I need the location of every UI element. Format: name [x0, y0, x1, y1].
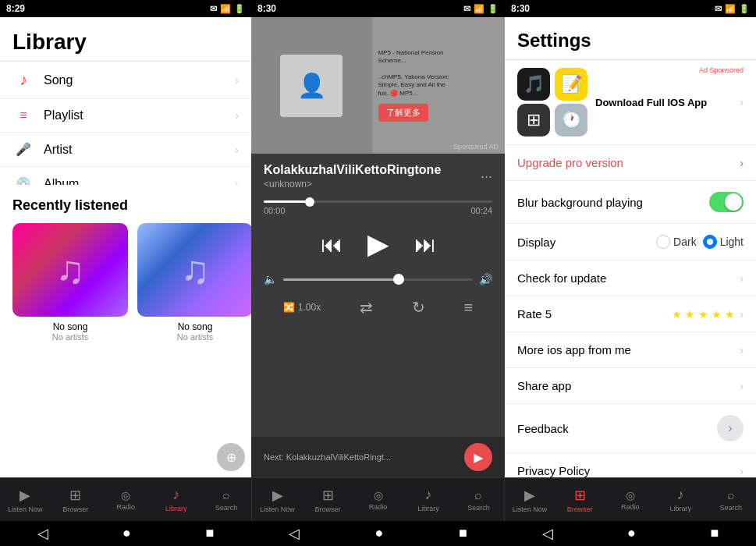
nav-browser-3[interactable]: ⊞ Browser	[555, 478, 605, 521]
library-item-artist[interactable]: 🎤 Artist ›	[0, 133, 251, 167]
status-icons-3: ✉ 📶 🔋	[715, 4, 750, 14]
extra-controls: 🔀 1.00x ⇄ ↻ ≡	[264, 298, 492, 317]
share-app-row[interactable]: Share app ›	[505, 368, 756, 404]
nav-library-2[interactable]: ♪ Library	[403, 478, 453, 521]
radio-label-1: Radio	[116, 503, 135, 511]
nav-listen-now-1[interactable]: ▶ Listen Now	[0, 478, 50, 521]
listen-now-label-3: Listen Now	[513, 505, 548, 513]
volume-bar[interactable]	[283, 278, 473, 281]
ad-text: MP5 - National PensionScheme.....chMP5, …	[378, 49, 499, 98]
nav-library-3[interactable]: ♪ Library	[655, 478, 705, 521]
home-gesture-3[interactable]: ●	[627, 525, 636, 542]
playlist-chevron-icon: ›	[235, 109, 239, 122]
library-list: ♪ Song › ≡ Playlist › 🎤 Artist › 💿 Album	[0, 62, 251, 185]
rate5-label: Rate 5	[517, 307, 672, 321]
nav-radio-1[interactable]: ◎ Radio	[101, 478, 151, 521]
rewind-button[interactable]: ⏮	[321, 232, 343, 257]
settings-ad-row[interactable]: Ad Sponsored 🎵 ⊞ 📝 🕐 Download Full IOS A…	[505, 60, 756, 145]
browser-label-3: Browser	[567, 505, 593, 513]
radio-icon-2: ◎	[374, 489, 383, 502]
privacy-label: Privacy Policy	[517, 464, 740, 477]
nav-library-1[interactable]: ♪ Library	[151, 478, 201, 521]
dark-option[interactable]: Dark	[656, 235, 697, 249]
nav-listen-now-2[interactable]: ▶ Listen Now	[252, 478, 302, 521]
square-gesture-1[interactable]: ■	[205, 525, 214, 542]
radio-icon-3: ◎	[626, 489, 635, 502]
rate5-row[interactable]: Rate 5 ★ ★ ★ ★ ★ ›	[505, 296, 756, 332]
star-3: ★	[698, 308, 708, 321]
nav-search-1[interactable]: ⌕ Search	[201, 478, 251, 521]
radio-icon-1: ◎	[121, 489, 130, 502]
recently-card-2[interactable]: ♫ No song No artists	[137, 223, 251, 342]
more-ios-chevron-icon: ›	[740, 344, 744, 356]
recently-card-1[interactable]: ♫ No song No artists	[12, 223, 128, 342]
square-gesture-3[interactable]: ■	[710, 525, 719, 542]
floating-button[interactable]: ⊕	[217, 443, 245, 471]
gesture-bar: ◁ ● ■ ◁ ● ■ ◁ ● ■	[0, 521, 756, 546]
volume-fill	[283, 278, 397, 281]
nav-radio-3[interactable]: ◎ Radio	[605, 478, 655, 521]
library-item-album[interactable]: 💿 Album ›	[0, 167, 251, 185]
browser-label-1: Browser	[62, 505, 88, 513]
light-option[interactable]: Light	[703, 235, 744, 249]
back-gesture-3[interactable]: ◁	[542, 525, 553, 542]
status-bar-2: 8:30 ✉ 📶 🔋	[251, 0, 505, 17]
play-button[interactable]: ▶	[367, 228, 389, 261]
wifi-icon-3: 📶	[725, 4, 736, 14]
blur-background-row[interactable]: Blur background playing	[505, 181, 756, 224]
privacy-row[interactable]: Privacy Policy ›	[505, 453, 756, 477]
feedback-row[interactable]: Feedback ›	[505, 404, 756, 453]
volume-high-icon: 🔊	[479, 273, 492, 285]
more-ios-row[interactable]: More ios app from me ›	[505, 332, 756, 368]
player-more-button[interactable]: ···	[481, 168, 492, 185]
progress-bar[interactable]	[264, 200, 492, 203]
square-gesture-2[interactable]: ■	[459, 525, 467, 542]
time-start: 00:00	[264, 206, 286, 215]
feedback-circle-button[interactable]: ›	[717, 415, 744, 441]
ad-learn-more-button[interactable]: 了解更多	[378, 104, 428, 122]
back-gesture-2[interactable]: ◁	[289, 525, 300, 542]
library-icon-2: ♪	[424, 487, 431, 503]
blur-toggle[interactable]	[709, 192, 744, 212]
library-icon-1: ♪	[172, 487, 179, 503]
shuffle-button[interactable]: ⇄	[360, 298, 373, 317]
library-nav: ▶ Listen Now ⊞ Browser ◎ Radio ♪ Library…	[0, 478, 251, 521]
back-gesture-1[interactable]: ◁	[37, 525, 48, 542]
upgrade-row[interactable]: Upgrade pro version ›	[505, 145, 756, 181]
library-item-playlist[interactable]: ≡ Playlist ›	[0, 99, 251, 133]
search-icon-2: ⌕	[474, 488, 482, 502]
speed-value: 1.00x	[298, 302, 321, 313]
recently-section: Recently listened ♫ No song No artists ♫…	[0, 185, 251, 354]
next-play-button[interactable]: ▶	[464, 443, 492, 471]
status-icons-1: ✉ 📶 🔋	[210, 4, 245, 14]
home-gesture-2[interactable]: ●	[375, 525, 384, 542]
home-gesture-1[interactable]: ●	[122, 525, 131, 542]
ad-icon-group: 🎵 ⊞ 📝 🕐	[517, 68, 587, 136]
display-row[interactable]: Display Dark Light	[505, 224, 756, 261]
wifi-icon-2: 📶	[474, 4, 484, 14]
ad-icon-3: ⊞	[517, 104, 550, 136]
nav-search-2[interactable]: ⌕ Search	[453, 478, 503, 521]
library-title: Library	[12, 30, 239, 55]
repeat-button[interactable]: ↻	[412, 298, 425, 317]
light-radio-circle	[703, 235, 717, 249]
nav-browser-1[interactable]: ⊞ Browser	[50, 478, 100, 521]
music-note-icon-1: ♫	[55, 247, 85, 292]
message-icon-2: ✉	[463, 4, 470, 14]
rate5-chevron-icon: ›	[740, 308, 744, 321]
check-update-row[interactable]: Check for update ›	[505, 261, 756, 296]
song-label: Song	[44, 73, 235, 87]
volume-low-icon: 🔈	[264, 273, 277, 285]
nav-radio-2[interactable]: ◎ Radio	[353, 478, 403, 521]
nav-search-3[interactable]: ⌕ Search	[706, 478, 756, 521]
speed-icon: 🔀	[283, 302, 295, 313]
library-item-song[interactable]: ♪ Song ›	[0, 62, 251, 99]
speed-display: 🔀 1.00x	[283, 302, 321, 313]
nav-browser-2[interactable]: ⊞ Browser	[303, 478, 353, 521]
library-label-2: Library	[417, 505, 439, 512]
fast-forward-button[interactable]: ⏭	[414, 232, 436, 257]
nav-listen-now-3[interactable]: ▶ Listen Now	[505, 478, 555, 521]
library-icon-3: ♪	[677, 487, 684, 503]
ad-sponsored-label: Ad Sponsored	[699, 66, 744, 74]
queue-button[interactable]: ≡	[463, 299, 473, 317]
